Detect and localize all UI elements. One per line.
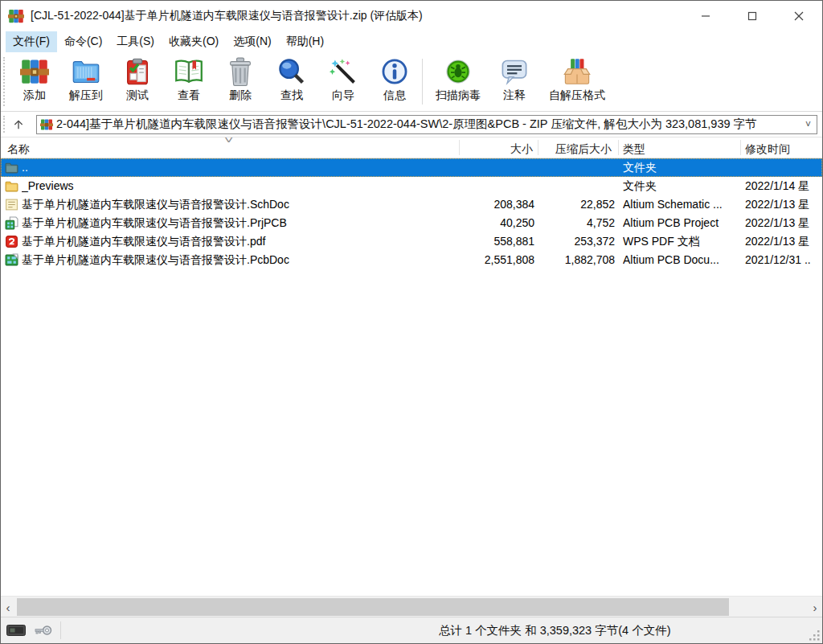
file-row-previews[interactable]: _Previews 文件夹 2022/1/14 星 xyxy=(1,177,822,195)
title-bar: [CJL-51-2022-044]基于单片机隧道内车载限速仪与语音报警设计.zi… xyxy=(1,1,822,31)
winrar-window: [CJL-51-2022-044]基于单片机隧道内车载限速仪与语音报警设计.zi… xyxy=(0,0,823,644)
test-clipboard-icon xyxy=(123,57,152,86)
column-header-type[interactable]: 类型 xyxy=(623,142,645,157)
menu-favorites[interactable]: 收藏夹(O) xyxy=(162,31,226,52)
resize-grip[interactable] xyxy=(809,630,821,642)
list-header: ˅ 名称 大小 压缩后大小 类型 修改时间 xyxy=(1,137,822,158)
disk-activity-button[interactable] xyxy=(4,621,28,640)
info-button[interactable]: 信息 xyxy=(369,55,420,103)
find-button[interactable]: 查找 xyxy=(266,55,317,103)
address-row: 2-044]基于单片机隧道内车载限速仪与语音报警设计\CJL-51-2022-0… xyxy=(1,112,822,137)
column-header-size[interactable]: 大小 xyxy=(510,142,533,157)
wizard-wand-icon xyxy=(329,57,358,86)
status-bar: 总计 1 个文件夹 和 3,359,323 字节(4 个文件) xyxy=(1,617,822,643)
folder-up-icon xyxy=(5,161,18,174)
file-row-pdf[interactable]: 基于单片机隧道内车载限速仪与语音报警设计.pdf 558,881 253,372… xyxy=(1,232,822,251)
column-divider[interactable] xyxy=(740,140,741,155)
file-row-pcbdoc[interactable]: 基于单片机隧道内车载限速仪与语音报警设计.PcbDoc 2,551,808 1,… xyxy=(1,251,822,269)
disk-icon xyxy=(6,625,26,636)
menu-options[interactable]: 选项(N) xyxy=(226,31,278,52)
combobox-dropdown-icon[interactable]: ˅ xyxy=(803,119,813,130)
file-row-prjpcb[interactable]: 基于单片机隧道内车载限速仪与语音报警设计.PrjPCB 40,250 4,752… xyxy=(1,214,822,232)
column-header-packed[interactable]: 压缩后大小 xyxy=(555,142,612,157)
winrar-logo-icon xyxy=(8,8,24,24)
scroll-left-icon[interactable]: ‹ xyxy=(1,597,15,617)
scrollbar-thumb[interactable] xyxy=(17,598,729,616)
close-button[interactable] xyxy=(776,1,822,31)
file-row-schdoc[interactable]: 基于单片机隧道内车载限速仪与语音报警设计.SchDoc 208,384 22,8… xyxy=(1,195,822,214)
column-divider[interactable] xyxy=(459,140,460,155)
wizard-button[interactable]: 向导 xyxy=(317,55,369,103)
view-book-icon xyxy=(174,57,203,86)
menu-tools[interactable]: 工具(S) xyxy=(109,31,162,52)
archive-mini-icon xyxy=(40,118,53,131)
prjpcb-file-icon xyxy=(5,216,18,230)
pcbdoc-file-icon xyxy=(5,253,18,267)
statusbar-divider xyxy=(60,621,61,639)
file-list: .. 文件夹 _Previews 文件夹 2022/1/14 星 基于单片机隧道… xyxy=(1,158,822,596)
column-divider[interactable] xyxy=(618,140,619,155)
up-directory-button[interactable] xyxy=(7,115,30,134)
comment-button[interactable]: 注释 xyxy=(489,55,540,103)
maximize-button[interactable] xyxy=(729,1,776,31)
sfx-box-icon xyxy=(563,57,592,86)
scroll-right-icon[interactable]: › xyxy=(808,597,822,617)
minimize-button[interactable] xyxy=(682,1,729,31)
menu-file[interactable]: 文件(F) xyxy=(6,31,57,52)
key-icon xyxy=(35,624,52,637)
archive-path: 2-044]基于单片机隧道内车载限速仪与语音报警设计\CJL-51-2022-0… xyxy=(56,117,803,132)
virus-scan-icon xyxy=(444,57,473,86)
delete-trash-icon xyxy=(226,57,255,86)
extract-to-button[interactable]: 解压到 xyxy=(60,55,112,103)
extract-folder-icon xyxy=(72,57,100,86)
schdoc-file-icon xyxy=(5,198,18,211)
pdf-file-icon xyxy=(5,235,18,248)
column-header-name[interactable]: 名称 xyxy=(7,142,30,157)
add-button[interactable]: 添加 xyxy=(9,55,60,103)
sort-indicator-icon: ˅ xyxy=(224,135,233,146)
file-row-parent[interactable]: .. 文件夹 xyxy=(1,158,822,177)
address-combobox[interactable]: 2-044]基于单片机隧道内车载限速仪与语音报警设计\CJL-51-2022-0… xyxy=(36,115,817,134)
sfx-button[interactable]: 自解压格式 xyxy=(540,55,614,103)
toolbar: 添加 解压到 测试 xyxy=(1,52,822,112)
archive-add-icon xyxy=(20,57,49,86)
toolbar-separator xyxy=(422,59,423,105)
view-button[interactable]: 查看 xyxy=(163,55,215,103)
folder-icon xyxy=(5,179,18,193)
info-circle-icon xyxy=(380,57,409,86)
menu-bar: 文件(F) 命令(C) 工具(S) 收藏夹(O) 选项(N) 帮助(H) xyxy=(1,31,822,52)
column-divider[interactable] xyxy=(538,140,538,155)
up-arrow-icon xyxy=(12,118,25,131)
delete-button[interactable]: 删除 xyxy=(215,55,266,103)
menu-help[interactable]: 帮助(H) xyxy=(279,31,331,52)
encryption-key-button[interactable] xyxy=(31,621,55,640)
test-button[interactable]: 测试 xyxy=(112,55,163,103)
column-header-modified[interactable]: 修改时间 xyxy=(745,142,790,157)
status-total: 总计 1 个文件夹 和 3,359,323 字节(4 个文件) xyxy=(439,617,670,643)
horizontal-scrollbar[interactable]: ‹ › xyxy=(1,596,822,617)
virus-scan-button[interactable]: 扫描病毒 xyxy=(428,55,489,103)
window-title: [CJL-51-2022-044]基于单片机隧道内车载限速仪与语音报警设计.zi… xyxy=(31,9,682,23)
comment-bubble-icon xyxy=(500,57,529,86)
menu-commands[interactable]: 命令(C) xyxy=(57,31,109,52)
find-magnifier-icon xyxy=(277,57,306,86)
